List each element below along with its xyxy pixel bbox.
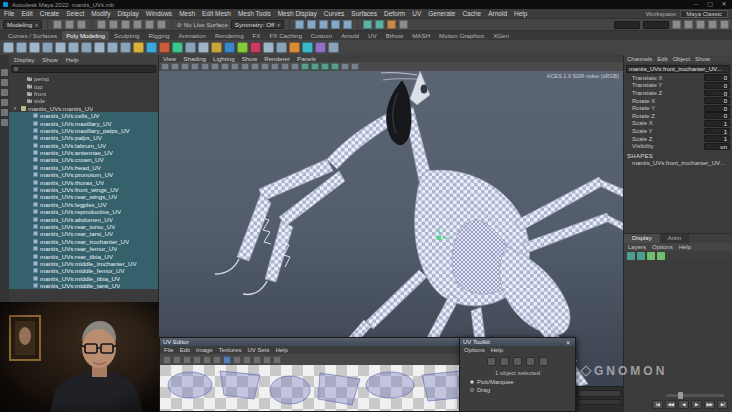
move-tool-icon[interactable] (1, 99, 8, 106)
channel-value-field[interactable]: 0 (704, 112, 730, 119)
menu-item[interactable]: Windows (146, 10, 172, 17)
menu-item[interactable]: Modify (91, 10, 110, 17)
range-slider-track[interactable] (578, 399, 621, 405)
outliner-item-camera[interactable]: top (9, 82, 158, 89)
close-button[interactable]: ✕ (719, 0, 729, 9)
rotate-tool-icon[interactable] (1, 109, 8, 116)
time-slider-track[interactable] (578, 390, 621, 397)
channel-box-menu-item[interactable]: Show (695, 56, 710, 62)
outliner-item[interactable]: mantis_UVs:antennae_UV (9, 149, 158, 156)
quad-draw-icon[interactable] (328, 42, 339, 53)
create-layer-from-selected-icon[interactable] (657, 252, 665, 260)
uv-editor-menu-item[interactable]: UV Sets (247, 347, 269, 353)
gate-mask-icon[interactable] (261, 63, 269, 70)
polygon-torus-icon[interactable] (55, 42, 66, 53)
shelf-tab[interactable]: FX (249, 31, 265, 40)
shelf-tab[interactable]: Sculpting (110, 31, 143, 40)
outliner-item[interactable]: mantis_UVs:head_UV (9, 164, 158, 171)
uv-editor-menu-item[interactable]: Edit (180, 347, 190, 353)
menu-set-selector[interactable]: Modeling▾ (3, 20, 42, 29)
shelf-tab[interactable]: Bifrost (382, 31, 408, 40)
outliner-item[interactable]: mantis_UVs:thorax_UV (9, 178, 158, 185)
shape-node-name[interactable]: mantis_UVs:front_trochanter_UVSh... (624, 160, 732, 168)
save-scene-icon[interactable] (77, 20, 86, 29)
xray-icon[interactable] (331, 63, 339, 70)
menu-item[interactable]: Cache (462, 10, 481, 17)
move-layer-down-icon[interactable] (637, 252, 645, 260)
channel-box-menu-item[interactable]: Edit (657, 56, 667, 62)
outliner-item[interactable]: mantis_UVs:labrum_UV (9, 142, 158, 149)
polygon-helix-icon[interactable] (133, 42, 144, 53)
maximize-button[interactable]: ▢ (705, 0, 715, 9)
platonic-solid-icon[interactable] (94, 42, 105, 53)
uv-editor-menu-item[interactable]: File (164, 347, 174, 353)
channel-value-field[interactable]: 1 (704, 128, 730, 135)
field-chart-icon[interactable] (271, 63, 279, 70)
channel-value-field[interactable]: 1 (704, 120, 730, 127)
texture-borders-icon[interactable] (233, 356, 241, 364)
view-grid-icon[interactable] (203, 356, 211, 364)
time-slider[interactable] (576, 386, 623, 412)
snap-to-point-icon[interactable] (319, 20, 328, 29)
select-curve-icon[interactable] (145, 20, 154, 29)
viewport-menu-item[interactable]: Lighting (213, 55, 235, 62)
menu-item[interactable]: Deform (384, 10, 405, 17)
super-ellipse-icon[interactable] (172, 42, 183, 53)
camera-attributes-icon[interactable] (181, 63, 189, 70)
menu-item[interactable]: Select (66, 10, 84, 17)
lock-camera-icon[interactable] (171, 63, 179, 70)
uv-toolkit-close-icon[interactable]: ✕ (564, 339, 572, 346)
outliner-item[interactable]: mantis_UVs:abdomen_UV (9, 215, 158, 222)
move-layer-up-icon[interactable] (627, 252, 635, 260)
outliner-item[interactable]: mantis_UVs:middle_tibia_UV (9, 275, 158, 282)
uv-editor-menu-item[interactable]: Image (196, 347, 213, 353)
pixel-snap-icon[interactable] (213, 356, 221, 364)
soccer-ball-icon[interactable] (159, 42, 170, 53)
viewport-menu-item[interactable]: Show (242, 55, 257, 62)
paint-select-tool-icon[interactable] (1, 89, 8, 96)
uv-selection-mode[interactable]: Pick/Marquee (460, 378, 575, 386)
render-current-frame-icon[interactable] (375, 20, 384, 29)
frame-all-icon[interactable] (301, 63, 309, 70)
outliner-item[interactable]: mantis_UVs:rear_wings_UV (9, 193, 158, 200)
shade-uvs-icon[interactable] (223, 356, 231, 364)
uv-scale-tool-icon[interactable] (513, 357, 522, 366)
channel-value-field[interactable]: 0 (704, 105, 730, 112)
menu-item[interactable]: Arnold (488, 10, 507, 17)
select-tool-icon[interactable] (1, 69, 8, 76)
uv-baking-icon[interactable] (243, 356, 251, 364)
menu-item[interactable]: Edit (21, 10, 32, 17)
polygon-plane-icon[interactable] (68, 42, 79, 53)
outliner-menu-item[interactable]: Help (66, 56, 79, 63)
bevel-icon[interactable] (276, 42, 287, 53)
menu-item[interactable]: Mesh Display (278, 10, 317, 17)
menu-item[interactable]: Edit Mesh (202, 10, 231, 17)
attribute-editor-icon[interactable] (708, 20, 717, 29)
dim-image-icon[interactable] (193, 356, 201, 364)
multi-cut-icon[interactable] (302, 42, 313, 53)
layer-editor-tab[interactable]: Display (624, 234, 660, 243)
menu-item[interactable]: Mesh (179, 10, 195, 17)
grease-pencil-icon[interactable] (221, 63, 229, 70)
outliner-item[interactable]: mantis_UVs:maxillary_UV (9, 119, 158, 126)
menu-item[interactable]: Display (117, 10, 138, 17)
render-view-icon[interactable] (363, 20, 372, 29)
safe-title-icon[interactable] (291, 63, 299, 70)
layer-editor-menu-item[interactable]: Help (679, 244, 691, 250)
two-d-pan-zoom-icon[interactable] (211, 63, 219, 70)
polygon-cylinder-icon[interactable] (29, 42, 40, 53)
outliner-menu-item[interactable]: Display (14, 56, 34, 63)
checker-map-icon[interactable] (173, 356, 181, 364)
outliner-item[interactable]: mantis_UVs:rear_trochanter_UV (9, 238, 158, 245)
uv-lattice-tool-icon[interactable] (526, 357, 535, 366)
uv-snapshot-icon[interactable] (263, 356, 271, 364)
menu-item[interactable]: Help (514, 10, 527, 17)
boolean-difference-icon[interactable] (211, 42, 222, 53)
ipr-render-icon[interactable] (387, 20, 396, 29)
shelf-tab[interactable]: MASH (408, 31, 434, 40)
uv-grid-icon[interactable] (183, 356, 191, 364)
outliner-menu-item[interactable]: Show (42, 56, 57, 63)
expand-arrow-icon[interactable]: ▾ (11, 105, 19, 111)
viewport-menu-item[interactable]: View (163, 55, 176, 62)
step-forward-icon[interactable]: ▶▶ (704, 400, 715, 409)
